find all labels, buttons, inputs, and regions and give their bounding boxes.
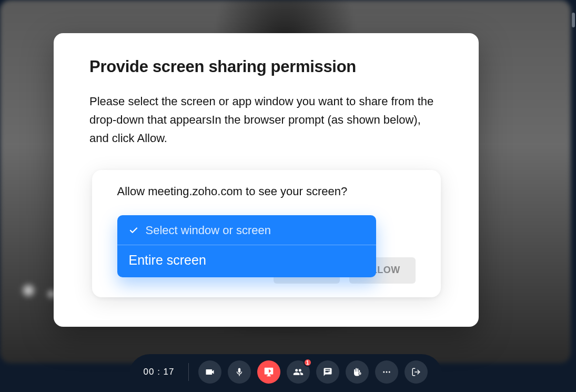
more-options-button[interactable] [375, 360, 398, 384]
check-icon [129, 226, 138, 235]
screen-share-permission-modal: Provide screen sharing permission Please… [54, 33, 479, 327]
leave-icon [411, 367, 421, 377]
modal-description: Please select the screen or app window y… [89, 92, 443, 148]
chat-button[interactable] [316, 360, 339, 384]
prompt-question: Allow meeting.zoho.com to see your scree… [117, 185, 416, 198]
meeting-toolbar-inner: 00 : 17 1 [129, 354, 442, 390]
svg-point-2 [358, 373, 361, 375]
svg-point-5 [383, 371, 385, 373]
screen-select-dropdown[interactable]: Select window or screen Entire screen [117, 215, 376, 277]
more-icon [382, 367, 391, 377]
meeting-toolbar: 00 : 17 1 [0, 352, 571, 392]
leave-meeting-button[interactable] [405, 360, 428, 384]
raise-hand-icon [352, 367, 362, 377]
participants-icon [293, 367, 304, 377]
participants-button[interactable]: 1 [287, 360, 310, 384]
dropdown-option-entire-screen[interactable]: Entire screen [117, 245, 376, 277]
dropdown-option-label: Entire screen [129, 253, 206, 267]
dropdown-placeholder-label: Select window or screen [146, 224, 271, 237]
modal-title: Provide screen sharing permission [89, 57, 443, 76]
svg-rect-0 [239, 375, 240, 376]
chat-icon [323, 367, 332, 377]
dropdown-placeholder-row[interactable]: Select window or screen [117, 215, 376, 245]
camera-button[interactable] [198, 360, 221, 384]
share-screen-icon [263, 366, 275, 378]
svg-point-7 [388, 371, 390, 373]
participants-badge: 1 [304, 358, 312, 367]
meeting-timer: 00 : 17 [144, 367, 175, 377]
reactions-button[interactable] [346, 360, 369, 384]
svg-point-4 [360, 373, 360, 374]
toolbar-separator [188, 363, 189, 381]
share-screen-button[interactable] [257, 360, 280, 384]
svg-point-6 [386, 371, 387, 373]
microphone-button[interactable] [228, 360, 251, 384]
scrollbar-thumb[interactable] [572, 13, 575, 27]
svg-point-3 [359, 373, 359, 374]
camera-icon [205, 367, 215, 377]
right-gutter [571, 0, 576, 392]
microphone-icon [235, 367, 244, 377]
browser-prompt-illustration: Allow meeting.zoho.com to see your scree… [92, 170, 441, 297]
